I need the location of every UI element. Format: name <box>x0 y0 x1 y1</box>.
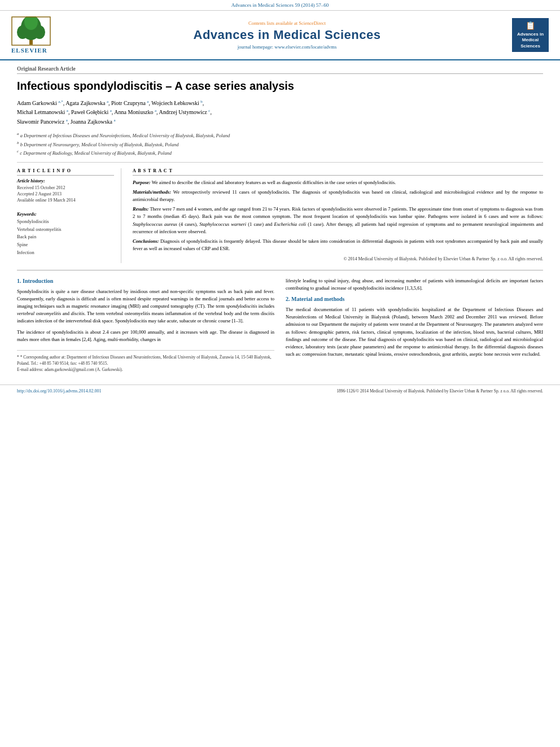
accepted-date: Accepted 2 August 2013 <box>17 191 114 197</box>
methods-heading: 2. Material and methods <box>286 295 543 303</box>
keyword-1: Spondylodiscitis <box>17 218 114 226</box>
methods-para-1: The medical documentation of 11 patients… <box>286 306 543 358</box>
section-divider <box>17 270 543 270</box>
issn-text: 1896-1126/© 2014 Medical University of B… <box>336 388 543 394</box>
elsevier-logo: ELSEVIER <box>11 16 62 54</box>
methods-section: lifestyle leading to spinal injury, drug… <box>286 277 543 373</box>
abstract-results: Results: There were 7 men and 4 women, a… <box>133 206 543 235</box>
tree-icon <box>11 16 51 46</box>
keyword-5: Infection <box>17 249 114 257</box>
article-info-panel: A R T I C L E I N F O Article history: R… <box>17 168 121 263</box>
affiliation-b: b b Department of Neurosurgery, Medical … <box>17 140 543 148</box>
history-label: Article history: <box>17 178 114 184</box>
intro-para-2: The incidence of spondylodiscitis is abo… <box>17 329 274 343</box>
keywords-list: Spondylodiscitis Vertebral osteomyelitis… <box>17 218 114 256</box>
bottom-bar: http://dx.doi.org/10.1016/j.advms.2014.0… <box>0 385 560 397</box>
intro-continuation: lifestyle leading to spinal injury, drug… <box>286 277 543 292</box>
intro-section: 1. Introduction Spondylodiscitis is quit… <box>17 277 274 373</box>
journal-reference: Advances in Medical Sciences 59 (2014) 5… <box>0 0 560 11</box>
copyright-notice: © 2014 Medical University of Bialystok. … <box>133 256 543 263</box>
body-content: 1. Introduction Spondylodiscitis is quit… <box>17 277 543 373</box>
footnote-email: E-mail address: adam.garkowski@gmail.com… <box>17 366 274 373</box>
intro-heading: 1. Introduction <box>17 277 274 285</box>
abstract-panel: A B S T R A C T Purpose: We aimed to des… <box>133 168 543 263</box>
abstract-title: A B S T R A C T <box>133 168 543 176</box>
authors-line: Adam Garkowski a,*, Agata Zajkowska a, P… <box>17 99 543 126</box>
journal-thumbnail: 📋 Advances in Medical Sciences <box>512 18 549 52</box>
abstract-purpose: Purpose: We aimed to describe the clinic… <box>133 179 543 186</box>
intro-para-1: Spondylodiscitis is quite a rare disease… <box>17 288 274 325</box>
thumb-icon: 📋 <box>515 21 546 30</box>
keyword-3: Back pain <box>17 233 114 241</box>
doi-link[interactable]: http://dx.doi.org/10.1016/j.advms.2014.0… <box>17 388 101 394</box>
journal-title-section: Contents lists available at ScienceDirec… <box>62 20 512 50</box>
journal-homepage: journal homepage: www.elsevier.com/locat… <box>62 44 512 50</box>
keyword-2: Vertebral osteomyelitis <box>17 226 114 234</box>
keyword-4: Spine <box>17 241 114 249</box>
article-title: Infectious spondylodiscitis – A case ser… <box>17 78 543 93</box>
elsevier-wordmark: ELSEVIER <box>11 47 47 54</box>
article-type: Original Research Article <box>17 66 543 74</box>
article-info-abstract: A R T I C L E I N F O Article history: R… <box>17 168 543 263</box>
affiliation-a: a a Department of Infectious Diseases an… <box>17 131 543 139</box>
abstract-materials: Materials/methods: We retrospectively re… <box>133 189 543 203</box>
main-content: Original Research Article Infectious spo… <box>0 60 560 379</box>
thumb-title: Advances in Medical Sciences <box>515 32 546 49</box>
received-date: Received 15 October 2012 <box>17 185 114 191</box>
available-date: Available online 19 March 2014 <box>17 197 114 203</box>
journal-header: ELSEVIER Contents lists available at Sci… <box>0 11 560 60</box>
abstract-conclusions: Conclusions: Diagnosis of spondylodiscit… <box>133 238 543 252</box>
science-direct-notice: Contents lists available at ScienceDirec… <box>62 20 512 26</box>
keywords-label: Keywords: <box>17 212 114 217</box>
affiliations: a a Department of Infectious Diseases an… <box>17 131 543 163</box>
journal-name: Advances in Medical Sciences <box>62 28 512 42</box>
footnotes: * * Corresponding author at: Department … <box>17 350 274 373</box>
footnote-corresponding: * * Corresponding author at: Department … <box>17 354 274 367</box>
abstract-body: Purpose: We aimed to describe the clinic… <box>133 179 543 263</box>
affiliation-c: c c Department of Radiology, Medical Uni… <box>17 148 543 157</box>
article-info-title: A R T I C L E I N F O <box>17 168 114 176</box>
